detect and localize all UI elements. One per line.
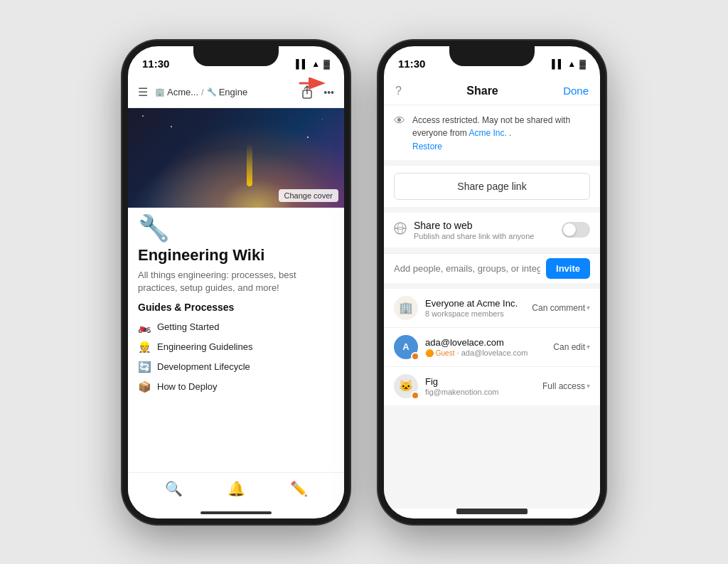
member-row-fig: 🐱 Fig fig@makenotion.com Full access ▾ (384, 367, 600, 405)
warning-eye-icon: 👁 (394, 115, 405, 127)
left-phone: 11:30 ▌▌ ▲ ▓ ☰ 🏢 Acme... / 🔧 Engine (122, 41, 350, 524)
bottom-nav: 🔍 🔔 ✏️ (128, 472, 344, 511)
avatar-acme: 🏢 (394, 296, 418, 320)
page-cover: Change cover (128, 108, 344, 208)
status-icons-right: ▌▌ ▲ ▓ (552, 59, 586, 69)
share-page-link-section: Share page link (384, 166, 600, 207)
help-icon[interactable]: ? (395, 85, 402, 97)
right-phone: 11:30 ▌▌ ▲ ▓ ? Share Done 👁 Access restr… (378, 41, 606, 524)
warning-text: Access restricted. May not be shared wit… (412, 114, 590, 139)
breadcrumb-acme: 🏢 Acme... (155, 87, 198, 97)
phone-content-left: ☰ 🏢 Acme... / 🔧 Engine (128, 78, 344, 518)
breadcrumb-sep1: / (201, 87, 204, 97)
permission-acme[interactable]: Can comment ▾ (532, 303, 590, 313)
share-to-web-text: Share to web Publish and share link with… (414, 220, 555, 240)
done-button[interactable]: Done (563, 85, 589, 97)
breadcrumb-engine: 🔧 Engine (207, 87, 247, 97)
star2 (171, 126, 172, 127)
wifi-icon: ▲ (311, 59, 320, 69)
share-content: 👁 Access restricted. May not be shared w… (384, 105, 600, 509)
phone-content-right: ? Share Done 👁 Access restricted. May no… (384, 78, 600, 518)
list-item-2[interactable]: 🔄 Development Lifecycle (128, 357, 344, 377)
permission-label-acme: Can comment (532, 303, 585, 313)
time-right: 11:30 (398, 58, 425, 70)
member-name-fig: Fig (425, 376, 535, 387)
share-to-web-row: Share to web Publish and share link with… (384, 213, 600, 248)
list-item-3[interactable]: 📦 How to Deploy (128, 377, 344, 397)
section-title: Guides & Processes (138, 302, 334, 313)
member-sub-fig: fig@makenotion.com (425, 388, 535, 396)
menu-icon[interactable]: ☰ (135, 83, 151, 102)
home-indicator-right (456, 509, 528, 514)
avatar-text-ada: A (402, 341, 409, 352)
star1 (142, 115, 144, 117)
invite-input[interactable] (394, 259, 540, 278)
globe-icon (394, 222, 407, 238)
member-row-acme: 🏢 Everyone at Acme Inc. 8 workspace memb… (384, 289, 600, 328)
avatar-emoji-fig: 🐱 (399, 379, 413, 393)
access-warning: 👁 Access restricted. May not be shared w… (384, 105, 600, 160)
page-description: All things engineering: processes, best … (138, 269, 334, 294)
share-to-web-toggle[interactable] (562, 222, 590, 238)
search-nav-item[interactable]: 🔍 (165, 480, 183, 497)
signal-icon: ▌▌ (296, 59, 308, 69)
guest-dot-fig (411, 391, 419, 400)
change-cover-button[interactable]: Change cover (279, 189, 339, 202)
star3 (322, 119, 323, 119)
chevron-fig: ▾ (587, 382, 590, 390)
avatar-ada: A (394, 335, 418, 359)
guest-badge-ada: 🟠 Guest (425, 349, 454, 357)
share-to-web-section: Share to web Publish and share link with… (384, 213, 600, 248)
page-icon: 🔧 (138, 213, 334, 243)
invite-button[interactable]: Invite (546, 258, 590, 279)
list-item-1[interactable]: 👷 Engineering Guidelines (128, 337, 344, 357)
status-icons-left: ▌▌ ▲ ▓ (296, 59, 330, 69)
item-emoji-2: 🔄 (138, 361, 151, 373)
svg-point-2 (398, 223, 403, 234)
signal-icon-r: ▌▌ (552, 59, 564, 69)
permission-fig[interactable]: Full access ▾ (542, 381, 590, 391)
member-name-ada: ada@lovelace.com (425, 337, 546, 348)
invite-section: Invite (384, 253, 600, 283)
nav-actions: ••• (296, 82, 337, 103)
member-row-ada: A ada@lovelace.com 🟠 Guest · ada@lovelac… (384, 328, 600, 367)
ada-email: · ada@lovelace.com (457, 348, 528, 357)
chevron-ada: ▾ (587, 343, 590, 351)
permission-label-ada: Can edit (553, 342, 585, 352)
item-emoji-0: 🏍️ (138, 321, 151, 334)
star4 (307, 137, 309, 138)
nav-bar: ☰ 🏢 Acme... / 🔧 Engine (128, 78, 344, 108)
member-info-acme: Everyone at Acme Inc. 8 workspace member… (425, 298, 525, 318)
share-header: ? Share Done (384, 78, 600, 105)
share-button[interactable] (296, 82, 318, 103)
notch-right (449, 46, 535, 66)
acme-link-text: Acme Inc. (469, 128, 506, 138)
member-list: 🏢 Everyone at Acme Inc. 8 workspace memb… (384, 289, 600, 405)
home-indicator-left (200, 511, 272, 514)
breadcrumb-acme-label: Acme... (167, 87, 198, 97)
share-to-web-sublabel: Publish and share link with anyone (414, 232, 555, 240)
compose-nav-item[interactable]: ✏️ (290, 480, 308, 497)
item-label-1: Engineering Guidelines (157, 341, 252, 352)
warning-body: Access restricted. May not be shared wit… (412, 114, 590, 151)
list-item-0[interactable]: 🏍️ Getting Started (128, 317, 344, 337)
member-sub-acme: 8 workspace members (425, 309, 525, 318)
share-page-link-button[interactable]: Share page link (394, 173, 590, 200)
breadcrumb: 🏢 Acme... / 🔧 Engine (155, 87, 292, 97)
more-icon[interactable]: ••• (321, 84, 337, 101)
time-left: 11:30 (142, 58, 169, 70)
permission-ada[interactable]: Can edit ▾ (553, 342, 590, 352)
item-label-3: How to Deploy (157, 381, 218, 392)
share-panel-title: Share (466, 85, 498, 97)
member-info-fig: Fig fig@makenotion.com (425, 376, 535, 396)
acme-link[interactable]: Acme Inc. (469, 128, 506, 138)
member-sub-ada: 🟠 Guest · ada@lovelace.com (425, 348, 546, 357)
page-scroll: 🔧 Engineering Wiki All things engineerin… (128, 208, 344, 472)
notifications-nav-item[interactable]: 🔔 (228, 480, 245, 497)
breadcrumb-engine-label: Engine (219, 87, 247, 97)
rocket-glow (247, 144, 252, 186)
svg-point-1 (395, 223, 406, 234)
share-icon (301, 85, 314, 100)
chevron-acme: ▾ (587, 304, 590, 312)
restore-link[interactable]: Restore (412, 142, 590, 151)
